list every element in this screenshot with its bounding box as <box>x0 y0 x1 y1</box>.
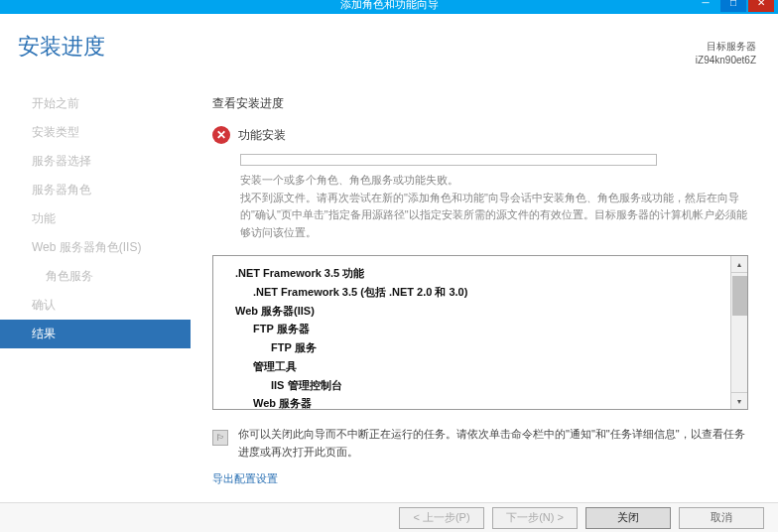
info-note: 你可以关闭此向导而不中断正在运行的任务。请依次单击命令栏中的"通知"和"任务详细… <box>238 426 748 461</box>
feature-item: .NET Framework 3.5 (包括 .NET 2.0 和 3.0) <box>225 283 735 302</box>
previous-button: < 上一步(P) <box>399 507 484 529</box>
nav-features: 功能 <box>0 204 191 233</box>
nav-web-server-role: Web 服务器角色(IIS) <box>0 233 191 262</box>
section-title: 查看安装进度 <box>212 95 756 112</box>
info-note-row: 🏳 你可以关闭此向导而不中断正在运行的任务。请依次单击命令栏中的"通知"和"任务… <box>212 426 748 461</box>
nav-install-type: 安装类型 <box>0 118 191 147</box>
nav-role-services: 角色服务 <box>0 262 191 291</box>
export-config-link[interactable]: 导出配置设置 <box>212 471 278 486</box>
feature-item: 管理工具 <box>225 357 735 376</box>
feature-item: FTP 服务器 <box>225 320 735 338</box>
error-icon: ✕ <box>212 126 230 144</box>
window-controls: ─ □ ✕ <box>693 0 774 12</box>
scrollbar[interactable]: ▴ ▾ <box>730 256 747 409</box>
error-line: 安装一个或多个角色、角色服务或功能失败。 <box>240 174 458 186</box>
close-window-button[interactable]: ✕ <box>748 0 774 12</box>
window-title: 添加角色和功能向导 <box>340 0 439 12</box>
status-text: 功能安装 <box>238 127 286 144</box>
maximize-button[interactable]: □ <box>720 0 746 12</box>
nav-server-selection: 服务器选择 <box>0 147 191 176</box>
error-detail: 找不到源文件。请再次尝试在新的"添加角色和功能"向导会话中安装角色、角色服务或功… <box>240 192 747 238</box>
nav-confirmation: 确认 <box>0 291 191 320</box>
nav-results[interactable]: 结果 <box>0 320 191 348</box>
main-panel: 查看安装进度 ✕ 功能安装 安装一个或多个角色、角色服务或功能失败。 找不到源文… <box>191 14 778 502</box>
feature-item: IIS 管理控制台 <box>225 376 735 395</box>
features-list: .NET Framework 3.5 功能.NET Framework 3.5 … <box>212 255 748 410</box>
flag-icon: 🏳 <box>212 430 228 446</box>
nav-server-roles: 服务器角色 <box>0 176 191 204</box>
error-description: 安装一个或多个角色、角色服务或功能失败。 找不到源文件。请再次尝试在新的"添加角… <box>240 172 756 241</box>
nav-before-begin: 开始之前 <box>0 89 191 118</box>
close-button[interactable]: 关闭 <box>585 507 671 529</box>
feature-item: FTP 服务 <box>225 338 735 357</box>
titlebar: 添加角色和功能向导 ─ □ ✕ <box>0 0 778 14</box>
cancel-button[interactable]: 取消 <box>679 507 764 529</box>
footer: < 上一步(P) 下一步(N) > 关闭 取消 <box>0 502 778 532</box>
feature-item: .NET Framework 3.5 功能 <box>225 264 735 283</box>
content-area: 安装进度 目标服务器 iZ94kn90et6Z 开始之前 安装类型 服务器选择 … <box>0 14 778 502</box>
feature-item: Web 服务器 <box>225 394 735 410</box>
minimize-button[interactable]: ─ <box>693 0 718 12</box>
scroll-down-button[interactable]: ▾ <box>731 392 747 409</box>
scroll-thumb[interactable] <box>732 276 747 316</box>
status-row: ✕ 功能安装 <box>212 126 756 144</box>
feature-item: Web 服务器(IIS) <box>225 302 735 321</box>
scroll-up-button[interactable]: ▴ <box>731 256 747 273</box>
progress-bar <box>240 154 657 166</box>
page-title: 安装进度 <box>0 32 191 79</box>
next-button: 下一步(N) > <box>492 507 578 529</box>
sidebar: 安装进度 目标服务器 iZ94kn90et6Z 开始之前 安装类型 服务器选择 … <box>0 14 191 502</box>
wizard-nav: 开始之前 安装类型 服务器选择 服务器角色 功能 Web 服务器角色(IIS) … <box>0 89 191 348</box>
